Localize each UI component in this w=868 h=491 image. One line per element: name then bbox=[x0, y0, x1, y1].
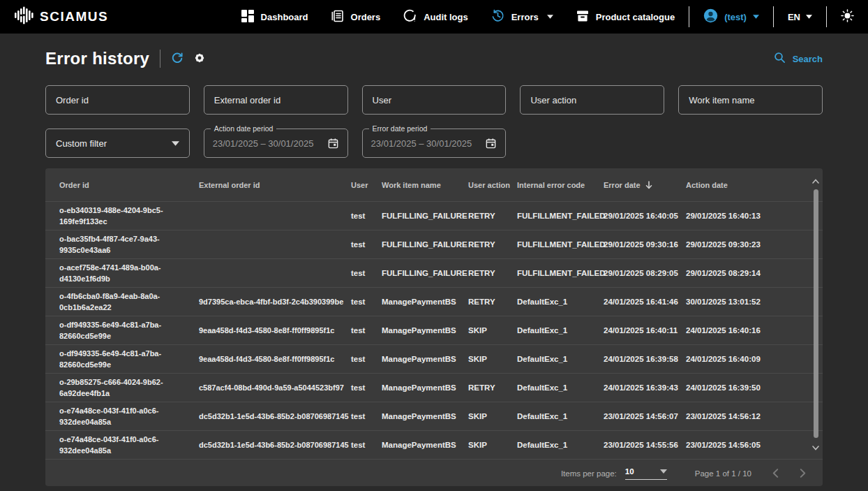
nav-item-product-catalogue[interactable]: Product catalogue bbox=[576, 10, 675, 24]
nav-divider bbox=[826, 6, 827, 27]
nav-item-orders[interactable]: Orders bbox=[331, 10, 381, 24]
table-row[interactable]: o-bac35fb4-4f87-4ce7-9a43-9935c0e43aa6 t… bbox=[45, 230, 823, 259]
scrollbar-thumb[interactable] bbox=[814, 189, 818, 438]
table-row[interactable]: o-df949335-6e49-4c81-a7ba-82660cd5e99e 9… bbox=[45, 345, 823, 374]
col-header-user[interactable]: User bbox=[351, 181, 382, 189]
table-row[interactable]: o-acef758e-4741-489a-b00a-d4130e1f6d9b t… bbox=[45, 259, 823, 288]
scroll-down-icon[interactable] bbox=[812, 441, 819, 453]
table-row[interactable]: o-29b85275-c666-4024-9b62-6a92dee4fb1a c… bbox=[45, 374, 823, 402]
error-date-period-label: Error date period bbox=[369, 124, 431, 133]
table-row[interactable]: o-eb340319-488e-4204-9bc5-169fe9f133ec t… bbox=[45, 202, 823, 230]
cell-order-id: o-29b85275-c666-4024-9b62-6a92dee4fb1a bbox=[59, 374, 199, 402]
nav-divider bbox=[773, 6, 774, 27]
cell-user: test bbox=[351, 240, 382, 249]
external-order-id-filter-label: External order id bbox=[214, 95, 280, 105]
brand-logo-icon bbox=[14, 6, 33, 27]
custom-filter-select[interactable]: Custom filter bbox=[45, 129, 190, 158]
cell-work-item-name: ManagePaymentBS bbox=[382, 298, 468, 306]
cell-user: test bbox=[351, 269, 382, 277]
cell-user: test bbox=[351, 383, 382, 392]
nav-divider bbox=[689, 6, 689, 27]
nav-right: (test) EN bbox=[675, 6, 854, 27]
table-scroll-area: Order id External order id User Work ite… bbox=[45, 168, 823, 460]
cell-external-order-id: 9d7395ca-ebca-4fbf-bd3f-2c4b390399be bbox=[199, 298, 351, 306]
action-date-period-input[interactable]: Action date period 23/01/2025 – 30/01/20… bbox=[204, 129, 348, 158]
top-navbar: SCIAMUS Dashboard Orders bbox=[0, 0, 868, 34]
cell-user: test bbox=[351, 412, 382, 420]
cell-user-action: RETRY bbox=[468, 298, 517, 306]
error-date-period-value: 23/01/2025 – 30/01/2025 bbox=[371, 138, 486, 149]
items-per-page-select[interactable]: 10 bbox=[625, 467, 667, 480]
pagination-bar: Items per page: 10 Page 1 of 1 / 10 bbox=[45, 460, 823, 486]
table-row[interactable]: o-4fb6cba0-f8a9-4eab-8a0a-0cb1b6a2ea22 9… bbox=[45, 288, 823, 316]
nav-label: Errors bbox=[511, 12, 539, 22]
calendar-icon[interactable] bbox=[485, 138, 497, 149]
chevron-down-icon bbox=[806, 15, 812, 19]
col-header-order-id[interactable]: Order id bbox=[59, 181, 199, 189]
page-content: Error history bbox=[0, 49, 868, 486]
nav-item-errors[interactable]: Errors bbox=[491, 9, 553, 24]
previous-page-button[interactable] bbox=[772, 469, 779, 478]
nav-label: Product catalogue bbox=[596, 12, 675, 22]
cell-action-date: 23/01/2025 14:56:12 bbox=[686, 412, 823, 420]
nav-item-dashboard[interactable]: Dashboard bbox=[241, 10, 308, 24]
col-header-error-date[interactable]: Error date bbox=[604, 181, 686, 189]
table-row[interactable]: o-df949335-6e49-4c81-a7ba-82660cd5e99e 9… bbox=[45, 316, 823, 345]
refresh-button[interactable] bbox=[171, 52, 184, 66]
sort-desc-icon[interactable] bbox=[645, 181, 652, 189]
cell-order-id: o-acef758e-4741-489a-b00a-d4130e1f6d9b bbox=[59, 259, 199, 287]
cell-order-id: o-e74a48ce-043f-41f0-a0c6-932dee04a85a bbox=[59, 402, 199, 430]
language-menu[interactable]: EN bbox=[788, 12, 812, 22]
cell-work-item-name: FULFILLING_FAILURE bbox=[382, 212, 468, 220]
main-nav: Dashboard Orders Audit logs bbox=[241, 9, 675, 24]
settings-button[interactable] bbox=[193, 52, 206, 66]
cell-action-date: 29/01/2025 16:40:13 bbox=[686, 212, 823, 220]
cell-internal-error-code: DefaultExc_1 bbox=[517, 383, 604, 392]
brand[interactable]: SCIAMUS bbox=[14, 6, 108, 27]
cell-external-order-id: dc5d32b1-1e5d-43b6-85b2-b08706987145 bbox=[199, 441, 351, 449]
next-page-button[interactable] bbox=[800, 469, 806, 478]
cell-action-date: 29/01/2025 09:30:23 bbox=[686, 240, 823, 249]
brand-name: SCIAMUS bbox=[40, 9, 108, 24]
user-action-filter-input[interactable]: User action bbox=[520, 85, 664, 115]
cell-error-date: 24/01/2025 16:39:43 bbox=[604, 383, 686, 392]
col-header-user-action[interactable]: User action bbox=[468, 181, 517, 189]
cell-work-item-name: ManagePaymentBS bbox=[382, 412, 468, 420]
search-button[interactable]: Search bbox=[774, 52, 823, 66]
action-date-period-label: Action date period bbox=[211, 124, 277, 133]
cell-action-date: 24/01/2025 16:40:16 bbox=[686, 326, 823, 335]
work-item-name-filter-input[interactable]: Work item name bbox=[678, 85, 823, 115]
cell-action-date: 29/01/2025 08:29:14 bbox=[686, 269, 823, 277]
calendar-icon[interactable] bbox=[327, 138, 339, 149]
col-header-work-item-name[interactable]: Work item name bbox=[382, 181, 468, 189]
chevron-down-icon bbox=[660, 469, 667, 474]
page-title: Error history bbox=[45, 49, 149, 68]
external-order-id-filter-input[interactable]: External order id bbox=[204, 85, 348, 115]
user-filter-input[interactable]: User bbox=[362, 85, 507, 115]
table-row[interactable]: o-e74a48ce-043f-41f0-a0c6-932dee04a85a d… bbox=[45, 402, 823, 431]
cell-error-date: 24/01/2025 16:41:46 bbox=[604, 298, 686, 306]
cell-action-date: 30/01/2025 13:01:52 bbox=[686, 298, 823, 306]
cell-internal-error-code: FULFILLMENT_FAILED bbox=[517, 269, 604, 277]
table-scrollbar bbox=[811, 174, 820, 453]
user-filter-label: User bbox=[373, 95, 391, 105]
refresh-icon bbox=[171, 52, 184, 66]
cell-order-id: o-df949335-6e49-4c81-a7ba-82660cd5e99e bbox=[59, 316, 199, 344]
col-header-action-date[interactable]: Action date bbox=[686, 181, 823, 189]
orders-icon bbox=[331, 10, 344, 24]
cell-work-item-name: ManagePaymentBS bbox=[382, 326, 468, 335]
col-header-external-order-id[interactable]: External order id bbox=[199, 181, 351, 189]
search-label: Search bbox=[793, 54, 823, 64]
cell-internal-error-code: FULFILLMENT_FAILED bbox=[517, 212, 604, 220]
scroll-up-icon[interactable] bbox=[812, 174, 819, 186]
order-id-filter-input[interactable]: Order id bbox=[45, 85, 190, 115]
table-row[interactable]: o-e74a48ce-043f-41f0-a0c6-932dee04a85a d… bbox=[45, 431, 823, 460]
error-date-period-input[interactable]: Error date period 23/01/2025 – 30/01/202… bbox=[362, 129, 507, 158]
user-menu[interactable]: (test) bbox=[703, 8, 759, 25]
col-header-internal-error-code[interactable]: Internal error code bbox=[517, 181, 604, 189]
cell-order-id: o-eb340319-488e-4204-9bc5-169fe9f133ec bbox=[59, 202, 199, 230]
page-info: Page 1 of 1 / 10 bbox=[695, 469, 751, 478]
theme-toggle-button[interactable] bbox=[841, 9, 854, 25]
dashboard-icon bbox=[241, 10, 254, 24]
nav-item-audit-logs[interactable]: Audit logs bbox=[403, 9, 468, 24]
